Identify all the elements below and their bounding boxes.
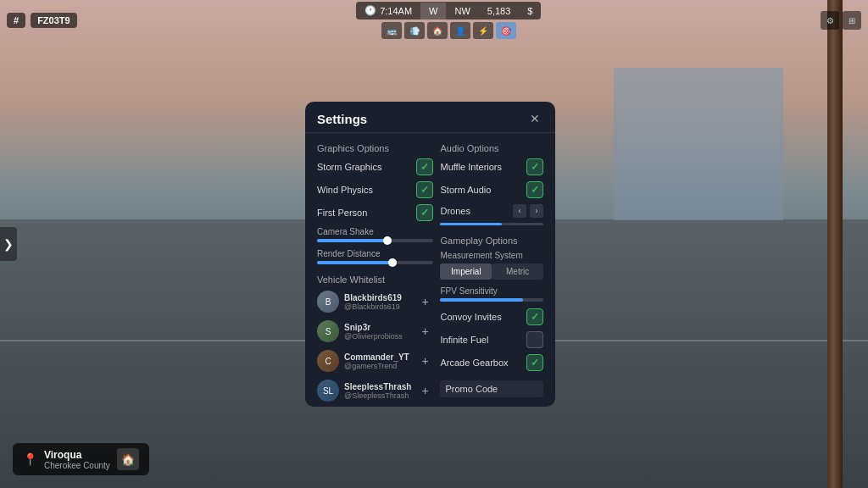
arcade-gearbox-row: Arcade Gearbox bbox=[440, 354, 543, 371]
settings-hud-icon[interactable]: ⚙ bbox=[821, 11, 839, 30]
hud-right: ⚙ ⊞ bbox=[821, 11, 861, 30]
pole bbox=[827, 0, 843, 488]
convoy-invites-row: Convoy Invites bbox=[440, 308, 543, 325]
icon-tab-home[interactable]: 🏠 bbox=[427, 22, 448, 39]
left-panel: Graphics Options Storm Graphics Wind Phy… bbox=[317, 140, 433, 404]
convoy-invites-label: Convoy Invites bbox=[440, 312, 501, 322]
measurement-row: Measurement System Imperial Metric bbox=[440, 251, 543, 280]
icon-tab-user[interactable]: 👤 bbox=[450, 22, 470, 39]
username-4: SleeplessThrash bbox=[344, 382, 411, 391]
username-2: Snip3r bbox=[344, 323, 411, 332]
fpv-track[interactable] bbox=[440, 298, 543, 302]
vehicle-id-badge: FZ03T9 bbox=[31, 13, 77, 28]
graphics-section-label: Graphics Options bbox=[317, 143, 433, 153]
muffle-interiors-label: Muffle Interiors bbox=[440, 162, 502, 172]
measurement-label: Measurement System bbox=[440, 251, 543, 260]
city-name: Viroqua bbox=[44, 449, 110, 461]
add-button-1[interactable]: + bbox=[416, 293, 433, 310]
whitelist-item-4: SL SleeplessThrash @SleeplessThrash + bbox=[317, 377, 433, 404]
drones-slider-track[interactable] bbox=[440, 223, 543, 225]
money-item: 5,183 bbox=[479, 3, 520, 19]
avatar-snip3r: S bbox=[317, 320, 339, 342]
storm-graphics-checkbox[interactable] bbox=[416, 158, 433, 175]
location-text: Viroqua Cherokee County bbox=[44, 449, 110, 470]
time-display: 7:14AM bbox=[380, 6, 412, 16]
icon-tab-wind[interactable]: 💨 bbox=[404, 22, 425, 39]
clock-item: 🕐 7:14AM bbox=[356, 2, 420, 19]
arcade-gearbox-label: Arcade Gearbox bbox=[440, 358, 508, 368]
hud-top: # FZ03T9 🕐 7:14AM W NW 5,183 $ bbox=[0, 0, 868, 41]
infinite-fuel-row: Infinite Fuel bbox=[440, 331, 543, 348]
infinite-fuel-checkbox[interactable] bbox=[526, 331, 543, 348]
close-button[interactable]: ✕ bbox=[526, 110, 543, 127]
promo-code-row: Promo Code bbox=[440, 380, 543, 397]
handle-2: @Olivierprobioss bbox=[344, 332, 411, 341]
storm-audio-label: Storm Audio bbox=[440, 185, 491, 195]
add-button-3[interactable]: + bbox=[416, 352, 433, 369]
camera-shake-label: Camera Shake bbox=[317, 227, 433, 236]
whitelist-names-4: SleeplessThrash @SleeplessThrash bbox=[344, 382, 411, 400]
fpv-fill bbox=[440, 298, 522, 302]
drones-row: Drones ‹ › bbox=[440, 204, 543, 218]
handle-4: @SleeplessThrash bbox=[344, 391, 411, 400]
wind-physics-checkbox[interactable] bbox=[416, 181, 433, 198]
drones-right-arrow[interactable]: › bbox=[530, 204, 543, 218]
metric-button[interactable]: Metric bbox=[492, 263, 543, 280]
imperial-button[interactable]: Imperial bbox=[440, 263, 492, 280]
hud-center: 🕐 7:14AM W NW 5,183 $ bbox=[356, 2, 541, 19]
left-panel-arrow[interactable]: ❯ bbox=[0, 227, 17, 261]
render-distance-label: Render Distance bbox=[317, 249, 433, 258]
hash-badge: # bbox=[7, 13, 25, 28]
home-icon: 🏠 bbox=[121, 453, 135, 466]
render-distance-track[interactable] bbox=[317, 261, 433, 264]
clock-icon: 🕐 bbox=[364, 5, 376, 16]
camera-shake-fill bbox=[317, 239, 387, 242]
avatar-commander: C bbox=[317, 350, 339, 372]
home-button[interactable]: 🏠 bbox=[117, 448, 139, 470]
username-3: Commander_YT bbox=[344, 352, 411, 362]
convoy-invites-checkbox[interactable] bbox=[526, 308, 543, 325]
muffle-interiors-row: Muffle Interiors bbox=[440, 158, 543, 175]
add-button-4[interactable]: + bbox=[416, 382, 433, 399]
handle-3: @gamersTrend bbox=[344, 362, 411, 370]
drones-label: Drones bbox=[440, 206, 470, 216]
whitelist-names-3: Commander_YT @gamersTrend bbox=[344, 352, 411, 370]
vehicle-id: FZ03T9 bbox=[37, 15, 70, 25]
direction1: W bbox=[429, 6, 437, 16]
location-badge: 📍 Viroqua Cherokee County 🏠 bbox=[13, 443, 149, 475]
render-distance-row: Render Distance bbox=[317, 249, 433, 264]
whitelist-label: Vehicle Whitelist bbox=[317, 274, 433, 285]
direction2-item: NW bbox=[446, 3, 478, 19]
currency-item: $ bbox=[519, 3, 541, 19]
avatar-blackbirds: B bbox=[317, 291, 339, 313]
hash-symbol: # bbox=[14, 15, 19, 25]
storm-graphics-row: Storm Graphics bbox=[317, 158, 433, 175]
hud-left: # FZ03T9 bbox=[7, 13, 77, 28]
audio-section-label: Audio Options bbox=[440, 143, 543, 153]
icon-tab-bolt[interactable]: ⚡ bbox=[473, 22, 493, 39]
first-person-checkbox[interactable] bbox=[416, 204, 433, 221]
storm-audio-checkbox[interactable] bbox=[526, 181, 543, 198]
first-person-label: First Person bbox=[317, 208, 367, 218]
grid-hud-icon[interactable]: ⊞ bbox=[843, 11, 861, 30]
muffle-interiors-checkbox[interactable] bbox=[526, 158, 543, 175]
modal-header: Settings ✕ bbox=[305, 102, 555, 133]
first-person-row: First Person bbox=[317, 204, 433, 221]
icon-tab-bus[interactable]: 🚌 bbox=[381, 22, 402, 39]
whitelist-list: B Blackbirds619 @Blackbirds619 + S Snip3… bbox=[317, 288, 433, 404]
right-panel: Audio Options Muffle Interiors Storm Aud… bbox=[440, 140, 543, 404]
promo-code-label: Promo Code bbox=[445, 384, 498, 394]
render-distance-fill bbox=[317, 261, 392, 264]
add-button-2[interactable]: + bbox=[416, 323, 433, 340]
drones-slider-fill bbox=[440, 223, 502, 225]
money-amount: 5,183 bbox=[487, 6, 511, 16]
infinite-fuel-label: Infinite Fuel bbox=[440, 335, 488, 345]
vehicle-whitelist-section: Vehicle Whitelist B Blackbirds619 @Black… bbox=[317, 274, 433, 404]
icon-tab-target[interactable]: 🎯 bbox=[496, 22, 516, 39]
drones-left-arrow[interactable]: ‹ bbox=[513, 204, 526, 218]
direction2: NW bbox=[454, 6, 470, 16]
arcade-gearbox-checkbox[interactable] bbox=[526, 354, 543, 371]
camera-shake-track[interactable] bbox=[317, 239, 433, 242]
whitelist-item-1: B Blackbirds619 @Blackbirds619 + bbox=[317, 288, 433, 315]
avatar-sleepless: SL bbox=[317, 380, 339, 402]
